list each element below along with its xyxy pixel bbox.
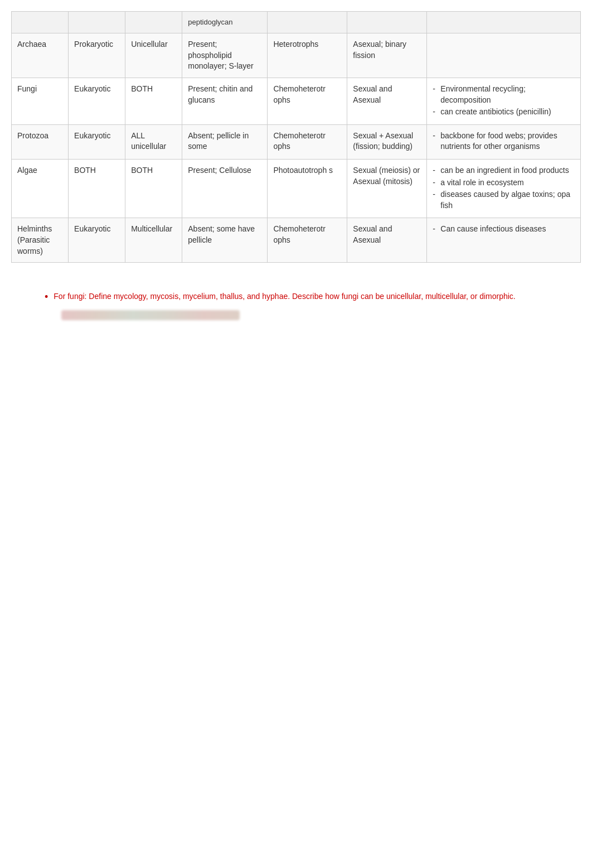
cell-reproduction: Sexual and Asexual xyxy=(347,78,427,124)
list-item: diseases caused by algae toxins; opa fis… xyxy=(433,189,575,211)
significance-list: Environmental recycling; decomposition c… xyxy=(433,84,575,118)
cell-organism: Algae xyxy=(12,159,69,218)
notes-section: • For fungi: Define mycology, mycosis, m… xyxy=(11,291,581,320)
cell-cell-type: Prokaryotic xyxy=(69,33,125,78)
cell-nutrition: Heterotrophs xyxy=(268,33,347,78)
cell-significance: Environmental recycling; decomposition c… xyxy=(427,78,581,124)
table-row: Fungi Eukaryotic BOTH Present; chitin an… xyxy=(12,78,581,124)
cell-reproduction: Sexual + Asexual (fission; budding) xyxy=(347,124,427,159)
cell-empty-6 xyxy=(427,12,581,33)
list-item: a vital role in ecosystem xyxy=(433,177,575,189)
cell-empty-4 xyxy=(268,12,347,33)
cell-cell-type: Eukaryotic xyxy=(69,124,125,159)
cell-nutrition: Chemoheterotr ophs xyxy=(268,124,347,159)
page-container: peptidoglycan Archaea Prokaryotic Unicel… xyxy=(0,0,592,343)
bullet-point: • xyxy=(45,291,48,303)
cell-cellular: BOTH xyxy=(125,78,182,124)
cell-cell-type: Eukaryotic xyxy=(69,78,125,124)
significance-list: can be an ingredient in food products a … xyxy=(433,165,575,211)
cell-cell-wall: Absent; some have pellicle xyxy=(182,218,268,263)
table-row: Archaea Prokaryotic Unicellular Present;… xyxy=(12,33,581,78)
cell-cell-wall: Absent; pellicle in some xyxy=(182,124,268,159)
cell-cell-wall: Present; phospholipid monolayer; S-layer xyxy=(182,33,268,78)
table-row-partial: peptidoglycan xyxy=(12,12,581,33)
cell-organism: Helminths (Parasitic worms) xyxy=(12,218,69,263)
cell-cell-type: Eukaryotic xyxy=(69,218,125,263)
cell-cell-wall: Present; chitin and glucans xyxy=(182,78,268,124)
cell-empty-1 xyxy=(12,12,69,33)
cell-cellular: Unicellular xyxy=(125,33,182,78)
significance-list: Can cause infectious diseases xyxy=(433,224,575,235)
cell-cellular: BOTH xyxy=(125,159,182,218)
table-row: Algae BOTH BOTH Present; Cellulose Photo… xyxy=(12,159,581,218)
cell-empty-5 xyxy=(347,12,427,33)
cell-significance: backbone for food webs; provides nutrien… xyxy=(427,124,581,159)
note-item: • For fungi: Define mycology, mycosis, m… xyxy=(45,291,559,303)
cell-significance: can be an ingredient in food products a … xyxy=(427,159,581,218)
note-text: For fungi: Define mycology, mycosis, myc… xyxy=(54,291,515,302)
list-item: can create antibiotics (penicillin) xyxy=(433,107,575,118)
cell-reproduction: Sexual (meiosis) or Asexual (mitosis) xyxy=(347,159,427,218)
list-item: backbone for food webs; provides nutrien… xyxy=(433,131,575,152)
cell-nutrition: Photoautotroph s xyxy=(268,159,347,218)
cell-organism: Protozoa xyxy=(12,124,69,159)
cell-cell-wall: Present; Cellulose xyxy=(182,159,268,218)
list-item: can be an ingredient in food products xyxy=(433,165,575,176)
cell-reproduction: Sexual and Asexual xyxy=(347,218,427,263)
cell-nutrition: Chemoheterotr ophs xyxy=(268,78,347,124)
blurred-image-line xyxy=(61,310,240,320)
cell-organism: Archaea xyxy=(12,33,69,78)
cell-significance: Can cause infectious diseases xyxy=(427,218,581,263)
biology-table: peptidoglycan Archaea Prokaryotic Unicel… xyxy=(11,11,581,263)
table-row: Helminths (Parasitic worms) Eukaryotic M… xyxy=(12,218,581,263)
list-item: Can cause infectious diseases xyxy=(433,224,575,235)
cell-empty-2 xyxy=(69,12,125,33)
cell-cell-type: BOTH xyxy=(69,159,125,218)
cell-significance xyxy=(427,33,581,78)
list-item: Environmental recycling; decomposition xyxy=(433,84,575,105)
cell-cellular: Multicellular xyxy=(125,218,182,263)
cell-reproduction: Asexual; binary fission xyxy=(347,33,427,78)
cell-organism: Fungi xyxy=(12,78,69,124)
significance-list: backbone for food webs; provides nutrien… xyxy=(433,131,575,152)
cell-nutrition: Chemoheterotr ophs xyxy=(268,218,347,263)
cell-cellular: ALL unicellular xyxy=(125,124,182,159)
cell-wall-partial: peptidoglycan xyxy=(182,12,268,33)
table-row: Protozoa Eukaryotic ALL unicellular Abse… xyxy=(12,124,581,159)
cell-empty-3 xyxy=(125,12,182,33)
